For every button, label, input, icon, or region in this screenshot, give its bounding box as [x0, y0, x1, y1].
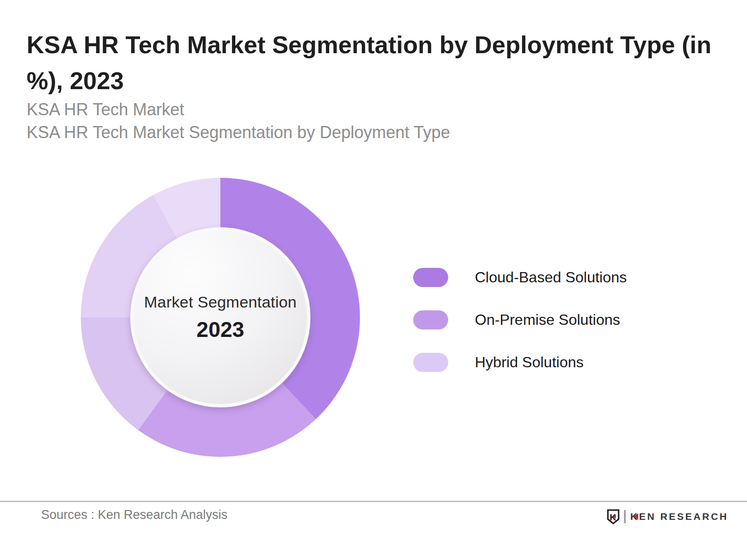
donut-center-label: Market Segmentation [144, 293, 297, 311]
legend-row-cloud: Cloud-Based Solutions [413, 268, 627, 287]
logo-shield-icon: K [607, 509, 620, 525]
legend-swatch-hybrid [413, 353, 448, 372]
logo-red-triangle-icon [633, 513, 638, 520]
chart-legend: Cloud-Based Solutions On-Premise Solutio… [413, 268, 627, 395]
subtitle-block: KSA HR Tech Market KSA HR Tech Market Se… [27, 98, 450, 144]
logo-separator [624, 510, 626, 523]
page-title-line2: %), 2023 [27, 63, 727, 99]
subtitle-segmentation: KSA HR Tech Market Segmentation by Deplo… [27, 121, 450, 144]
page-title-line1: KSA HR Tech Market Segmentation by Deplo… [27, 27, 727, 63]
donut-chart: Market Segmentation 2023 [81, 178, 360, 457]
logo-text: K EN RESEARCH [630, 511, 728, 522]
page-title: KSA HR Tech Market Segmentation by Deplo… [27, 27, 727, 99]
legend-label-cloud: Cloud-Based Solutions [475, 269, 627, 286]
infographic-page: KSA HR Tech Market Segmentation by Deplo… [0, 0, 747, 560]
legend-label-hybrid: Hybrid Solutions [475, 354, 584, 371]
legend-swatch-cloud [413, 268, 448, 287]
ken-research-logo: K K EN RESEARCH [607, 507, 728, 526]
donut-center-year: 2023 [197, 317, 244, 342]
logo-text-rest: EN RESEARCH [639, 511, 728, 522]
legend-label-onpremise: On-Premise Solutions [475, 311, 620, 329]
legend-row-onpremise: On-Premise Solutions [413, 310, 627, 329]
footer-divider [0, 501, 747, 502]
legend-swatch-onpremise [413, 310, 448, 329]
donut-center: Market Segmentation 2023 [130, 227, 310, 407]
legend-row-hybrid: Hybrid Solutions [413, 353, 627, 372]
subtitle-market: KSA HR Tech Market [27, 98, 450, 121]
sources-text: Sources : Ken Research Analysis [41, 508, 227, 522]
